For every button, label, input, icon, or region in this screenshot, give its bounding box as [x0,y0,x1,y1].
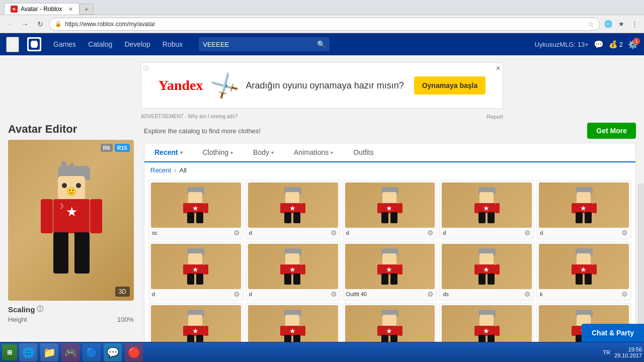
ad-cta-button[interactable]: Oynamaya başla [414,76,486,95]
refresh-button[interactable]: ↻ [34,18,46,30]
avatar-3d-button[interactable]: 3D [115,287,130,297]
item-footer: d⚙ [248,289,338,298]
taskbar-ie[interactable]: 🌐 [19,343,37,361]
back-button[interactable]: ← [4,18,16,30]
explore-text: Explore the catalog to find more clothes… [144,127,261,135]
ad-headline: Aradığın oyunu oynamaya hazır mısın? [246,80,404,91]
item-cell[interactable]: ★sc⚙ [148,180,244,239]
item-gear-icon[interactable]: ⚙ [427,290,434,298]
tab-outfits[interactable]: Outfits [343,143,383,161]
badge-r15[interactable]: R15 [115,144,130,152]
tab-animations-chevron: ▾ [331,150,333,155]
roblox-logo[interactable] [27,37,41,51]
menu-icon[interactable]: ⋮ [629,19,640,30]
translate-icon[interactable]: 🌐 [603,19,614,30]
tab-favicon: R [11,6,18,13]
right-panel: Explore the catalog to find more clothes… [144,123,636,362]
item-cell[interactable]: ★d⚙ [439,180,534,239]
taskbar-chrome[interactable]: 🔵 [83,343,101,361]
address-star-icon[interactable]: ☆ [588,20,594,28]
nav-robux[interactable]: Robux [158,38,187,50]
taskbar-skype[interactable]: 💬 [104,343,122,361]
search-input[interactable] [203,41,314,48]
item-label: d [152,291,155,297]
address-text: https://www.roblox.com/my/avatar [65,21,585,28]
scaling-info-icon[interactable]: ⓘ [37,305,43,314]
nav-games[interactable]: Games [49,38,80,50]
item-thumbnail: ★ [539,244,629,289]
chat-icon-button[interactable]: 💬 [594,40,604,49]
mini-avatar: ★ [182,248,209,285]
item-gear-icon[interactable]: ⚙ [621,229,628,237]
nav-catalog[interactable]: Catalog [84,38,116,50]
badge-r6[interactable]: R6 [101,144,113,152]
items-grid: ★sc⚙★d⚙★d⚙★d⚙★d⚙★d⚙★d⚙★Outfit 40⚙★ds⚙★k⚙… [144,178,635,362]
item-label: d [346,230,349,236]
item-label: d [249,230,252,236]
item-gear-icon[interactable]: ⚙ [331,229,337,237]
ad-report-link[interactable]: Report [487,114,503,120]
ad-brand: Yandex [158,77,203,94]
item-label: sc [152,230,157,236]
nav-search-bar[interactable]: 🔍 [199,37,330,51]
item-gear-icon[interactable]: ⚙ [233,290,240,298]
item-footer: d⚙ [345,228,435,237]
item-gear-icon[interactable]: ⚙ [331,290,337,298]
item-footer: ds⚙ [442,289,532,298]
tab-recent-chevron: ▾ [180,150,183,155]
tab-body[interactable]: Body ▾ [243,143,284,161]
hamburger-button[interactable]: ☰ [6,37,19,52]
tab-animations[interactable]: Animations ▾ [284,143,343,161]
item-footer: d⚙ [248,228,338,237]
mini-avatar: ★ [473,310,501,346]
tab-recent[interactable]: Recent ▾ [144,143,193,162]
clock-date: 29.10.2017 [614,352,642,358]
item-cell[interactable]: ★d⚙ [148,241,244,301]
item-footer: sc⚙ [151,228,241,237]
breadcrumb-recent[interactable]: Recent [150,166,171,174]
item-cell[interactable]: ★d⚙ [246,241,341,301]
item-gear-icon[interactable]: ⚙ [524,229,531,237]
start-button[interactable]: ⊞ [2,344,17,360]
ad-section: ⓘ ✕ Yandex ⚔️ Aradığın oyunu oynamaya ha… [0,55,644,121]
search-icon[interactable]: 🔍 [317,40,326,48]
tab-close-icon[interactable]: ✕ [68,6,73,13]
item-cell[interactable]: ★d⚙ [536,180,631,239]
browser-tab[interactable]: R Avatar - Roblox ✕ [4,3,79,15]
mini-avatar: ★ [571,248,598,285]
char-right-leg [74,232,90,274]
svg-marker-1 [31,41,38,48]
ad-close-button[interactable]: ✕ [496,65,501,72]
new-tab-button[interactable]: + [79,4,94,15]
mini-avatar: ★ [376,310,404,346]
address-bar[interactable]: 🔒 https://www.roblox.com/my/avatar ☆ [49,18,600,31]
robux-count: 2 [619,41,623,48]
item-gear-icon[interactable]: ⚙ [233,229,240,237]
item-gear-icon[interactable]: ⚙ [621,290,628,298]
item-footer: d⚙ [539,228,629,237]
item-cell[interactable]: ★d⚙ [246,180,341,239]
mini-avatar: ★ [571,187,598,223]
item-cell[interactable]: ★k⚙ [536,241,631,301]
taskbar-stop[interactable]: 🔴 [125,343,143,361]
scrollbar[interactable] [638,184,644,342]
char-crescent: ☽ [57,202,64,210]
forward-button[interactable]: → [19,18,31,30]
item-cell[interactable]: ★d⚙ [343,180,438,239]
tab-title: Avatar - Roblox [21,6,62,13]
item-thumbnail: ★ [345,244,435,289]
nav-develop[interactable]: Develop [120,38,154,50]
chat-party-button[interactable]: Chat & Party [582,324,644,342]
item-cell[interactable]: ★Outfit 40⚙ [343,241,438,301]
get-more-button[interactable]: Get More [587,123,636,139]
bookmark-icon[interactable]: ★ [616,19,627,30]
item-footer: Outfit 40⚙ [345,289,435,298]
robux-icon: 💰 [609,40,617,48]
taskbar-explorer[interactable]: 📁 [40,343,58,361]
item-cell[interactable]: ★ds⚙ [439,241,534,301]
taskbar-roblox[interactable]: 🎮 [61,343,79,361]
breadcrumb: Recent › All [144,162,635,178]
tab-clothing[interactable]: Clothing ▾ [193,143,243,161]
item-gear-icon[interactable]: ⚙ [524,290,531,298]
item-gear-icon[interactable]: ⚙ [427,229,434,237]
